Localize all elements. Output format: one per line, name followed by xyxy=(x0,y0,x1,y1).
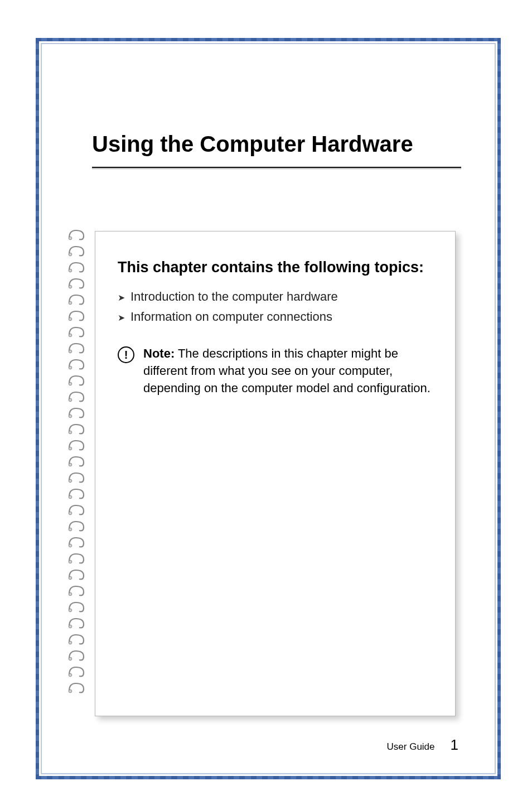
section-heading: This chapter contains the following topi… xyxy=(118,257,434,278)
svg-point-15 xyxy=(69,479,72,483)
bullet-item: ➤ Introduction to the computer hardware xyxy=(118,290,434,304)
exclamation-glyph: ! xyxy=(124,349,128,360)
note-text: Note: The descriptions in this chapter m… xyxy=(143,345,434,397)
bullet-text: Information on computer connections xyxy=(130,310,332,324)
spiral-ring-icon xyxy=(67,502,86,516)
footer-label: User Guide xyxy=(387,741,435,753)
svg-point-8 xyxy=(69,366,72,369)
svg-point-27 xyxy=(69,673,72,677)
svg-point-11 xyxy=(69,414,72,418)
spiral-ring-icon xyxy=(67,276,86,290)
svg-point-3 xyxy=(69,285,72,288)
spiral-ring-icon xyxy=(67,292,86,306)
svg-point-20 xyxy=(69,560,72,563)
svg-point-22 xyxy=(69,592,72,596)
spiral-ring-icon xyxy=(67,324,86,338)
footer-page-number: 1 xyxy=(451,736,458,754)
svg-point-16 xyxy=(69,495,72,499)
spiral-ring-icon xyxy=(67,518,86,532)
note-body: The descriptions in this chapter might b… xyxy=(143,346,431,395)
svg-point-10 xyxy=(69,398,72,402)
spiral-ring-icon xyxy=(67,534,86,548)
svg-point-7 xyxy=(69,350,72,353)
content-panel: This chapter contains the following topi… xyxy=(95,231,456,716)
decorative-inner-border: Using the Computer Hardware This chapter… xyxy=(41,43,496,774)
svg-point-2 xyxy=(69,269,72,272)
spiral-ring-icon xyxy=(67,599,86,613)
spiral-ring-icon xyxy=(67,405,86,419)
spiral-ring-icon xyxy=(67,486,86,500)
spiral-ring-icon xyxy=(67,454,86,467)
svg-point-24 xyxy=(69,625,72,628)
spiral-ring-icon xyxy=(67,227,86,241)
spiral-ring-icon xyxy=(67,567,86,581)
chapter-title: Using the Computer Hardware xyxy=(92,132,461,157)
svg-point-9 xyxy=(69,382,72,385)
svg-point-17 xyxy=(69,512,72,515)
spiral-ring-icon xyxy=(67,437,86,451)
note-block: ! Note: The descriptions in this chapter… xyxy=(118,345,434,397)
svg-point-28 xyxy=(69,690,72,693)
title-underline xyxy=(92,167,461,169)
spiral-ring-icon xyxy=(67,680,86,694)
spiral-ring-icon xyxy=(67,648,86,662)
spiral-ring-icon xyxy=(67,259,86,273)
svg-point-5 xyxy=(69,317,72,321)
spiral-ring-icon xyxy=(67,389,86,403)
svg-point-12 xyxy=(69,431,72,434)
spiral-binding-decoration xyxy=(67,227,86,694)
page-footer: User Guide 1 xyxy=(387,736,458,754)
spiral-ring-icon xyxy=(67,421,86,435)
decorative-outer-border: Using the Computer Hardware This chapter… xyxy=(39,38,497,779)
spiral-ring-icon xyxy=(67,664,86,678)
svg-point-18 xyxy=(69,528,72,531)
svg-point-6 xyxy=(69,334,72,337)
bullet-item: ➤ Information on computer connections xyxy=(118,310,434,324)
triangle-bullet-icon: ➤ xyxy=(118,312,125,323)
spiral-ring-icon xyxy=(67,373,86,387)
bullet-text: Introduction to the computer hardware xyxy=(130,290,338,304)
alert-icon: ! xyxy=(118,346,134,363)
svg-point-23 xyxy=(69,609,72,612)
svg-point-1 xyxy=(69,253,72,256)
svg-point-19 xyxy=(69,544,72,547)
spiral-ring-icon xyxy=(67,631,86,645)
svg-point-13 xyxy=(69,447,72,450)
spiral-ring-icon xyxy=(67,356,86,370)
svg-point-4 xyxy=(69,301,72,305)
svg-point-0 xyxy=(69,237,72,240)
svg-point-25 xyxy=(69,641,72,644)
spiral-ring-icon xyxy=(67,340,86,354)
spiral-ring-icon xyxy=(67,583,86,597)
svg-point-26 xyxy=(69,657,72,660)
triangle-bullet-icon: ➤ xyxy=(118,292,125,303)
spiral-ring-icon xyxy=(67,243,86,257)
spiral-ring-icon xyxy=(67,551,86,565)
svg-point-21 xyxy=(69,576,72,580)
spiral-ring-icon xyxy=(67,470,86,484)
spiral-ring-icon xyxy=(67,615,86,629)
note-label: Note: xyxy=(143,346,175,360)
spiral-ring-icon xyxy=(67,308,86,322)
svg-point-14 xyxy=(69,463,72,466)
